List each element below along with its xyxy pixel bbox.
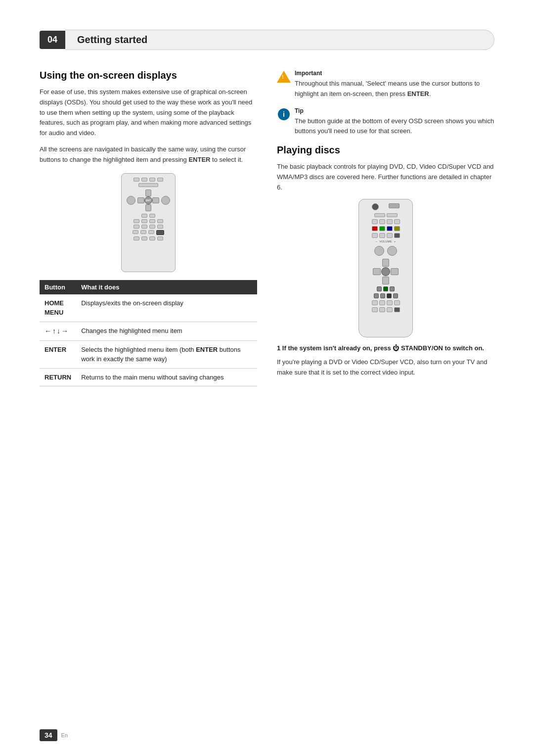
f1 — [372, 219, 378, 224]
side-nav-row — [374, 246, 397, 256]
playing-discs-title: Playing discs — [277, 144, 494, 156]
step1-instruction: 1 If the system isn't already on, press … — [277, 343, 494, 354]
volume-label: VOLUME — [379, 240, 392, 243]
top-buttons-row — [134, 178, 163, 182]
c2 — [141, 219, 147, 223]
step-text-bold: If the system isn't already on, press ⏻ … — [282, 344, 484, 352]
volume-row: − VOLUME + — [376, 240, 396, 243]
left-column: Using the on-screen displays For ease of… — [40, 70, 257, 386]
tip-content: Tip The button guide at the bottom of ev… — [295, 107, 494, 137]
page-language: En — [61, 732, 68, 738]
d2 — [141, 225, 147, 229]
step1-para: If you're playing a DVD or Video CD/Supe… — [277, 357, 494, 378]
vol-plus-icon: + — [394, 240, 396, 243]
tip-icon: i — [278, 108, 290, 120]
g2 — [379, 226, 385, 231]
tip-text: The button guide at the bottom of every … — [295, 116, 494, 137]
f2 — [141, 236, 147, 240]
r-dpad-right — [391, 268, 399, 275]
important-text: Throughout this manual, 'Select' means u… — [295, 79, 494, 99]
remote-left-image: ENT — [40, 173, 257, 272]
numpad-row1 — [372, 300, 400, 305]
page-container: 04 Getting started Using the on-screen d… — [0, 0, 534, 756]
btn-1 — [134, 178, 139, 182]
cd-btn — [387, 213, 398, 217]
chapter-header: 04 Getting started — [40, 30, 494, 50]
chapter-title: Getting started — [65, 30, 494, 50]
table-header-row: Button What it does — [40, 280, 257, 294]
button-table: Button What it does HOMEMENU Displays/ex… — [40, 280, 257, 387]
func-row1 — [372, 219, 400, 224]
warning-triangle — [277, 71, 291, 83]
table-row: RETURN Returns to the main menu without … — [40, 368, 257, 386]
r-dpad-center — [381, 267, 390, 276]
side-btn-right — [161, 196, 170, 205]
standby-btn — [372, 203, 379, 210]
table-cell-desc: Returns to the main menu without saving … — [76, 368, 257, 386]
dpad-up — [145, 189, 151, 196]
c3 — [149, 219, 155, 223]
rew-btn — [374, 293, 379, 298]
fwd-btn — [393, 293, 398, 298]
important-label: Important — [295, 70, 494, 77]
wide-btn — [138, 183, 158, 187]
remote-left-device: ENT — [121, 173, 176, 272]
btn-row-4 — [134, 219, 163, 223]
f3 — [387, 219, 393, 224]
dpad-right — [152, 197, 159, 203]
dpad: ENT — [137, 189, 159, 211]
dvd-btn — [374, 213, 385, 217]
transport-row1 — [377, 286, 395, 291]
playing-discs-para: The basic playback controls for playing … — [277, 162, 494, 192]
f2 — [379, 219, 385, 224]
numpad-row2 — [372, 307, 400, 312]
page-footer: 34 En — [40, 729, 68, 741]
table-cell-desc: Displays/exits the on-screen display — [76, 294, 257, 322]
remote-right-image: − VOLUME + — [277, 199, 494, 337]
btn-row-6 — [133, 230, 164, 235]
left-section-title: Using the on-screen displays — [40, 70, 257, 81]
two-col-layout: Using the on-screen displays For ease of… — [40, 70, 494, 386]
left-para2: All the screens are navigated in basical… — [40, 144, 257, 165]
dpad-down — [145, 204, 151, 211]
r-dpad-down — [382, 277, 389, 284]
n3 — [387, 300, 393, 305]
table-row: ←↑↓→ Changes the highlighted menu item — [40, 322, 257, 340]
h3 — [387, 233, 393, 238]
b1 — [141, 214, 147, 218]
enter-btn — [156, 230, 164, 235]
f4 — [157, 236, 163, 240]
step-number: 1 — [277, 344, 280, 352]
important-content: Important Throughout this manual, 'Selec… — [295, 70, 494, 99]
remote-right-device: − VOLUME + — [358, 199, 413, 337]
table-cell-desc: Selects the highlighted menu item (both … — [76, 340, 257, 368]
play-btn — [383, 286, 388, 291]
n4 — [394, 300, 400, 305]
warning-icon — [277, 70, 291, 84]
table-cell-button: ←↑↓→ — [40, 322, 76, 340]
tip-box: i Tip The button guide at the bottom of … — [277, 107, 494, 137]
r-dpad-up — [382, 259, 389, 267]
n2 — [379, 300, 385, 305]
n7 — [387, 307, 393, 312]
wide-btn-row — [138, 183, 158, 187]
func-row2 — [372, 226, 400, 231]
table-cell-desc: Changes the highlighted menu item — [76, 322, 257, 340]
side-btn-left — [127, 196, 135, 205]
tip-label: Tip — [295, 107, 494, 114]
dpad-area: ENT — [127, 189, 170, 212]
dvd-row — [374, 213, 398, 217]
table-cell-button: HOMEMENU — [40, 294, 76, 322]
c1 — [134, 219, 139, 223]
h1 — [372, 233, 378, 238]
page-number: 34 — [40, 729, 57, 741]
d3 — [149, 225, 155, 229]
n1 — [372, 300, 378, 305]
side-right — [387, 246, 397, 256]
b2 — [149, 214, 155, 218]
n6 — [379, 307, 385, 312]
table-row: ENTER Selects the highlighted menu item … — [40, 340, 257, 368]
remote-top-row — [372, 203, 400, 210]
tip-icon-wrap: i — [277, 107, 291, 121]
next-btn — [390, 286, 395, 291]
